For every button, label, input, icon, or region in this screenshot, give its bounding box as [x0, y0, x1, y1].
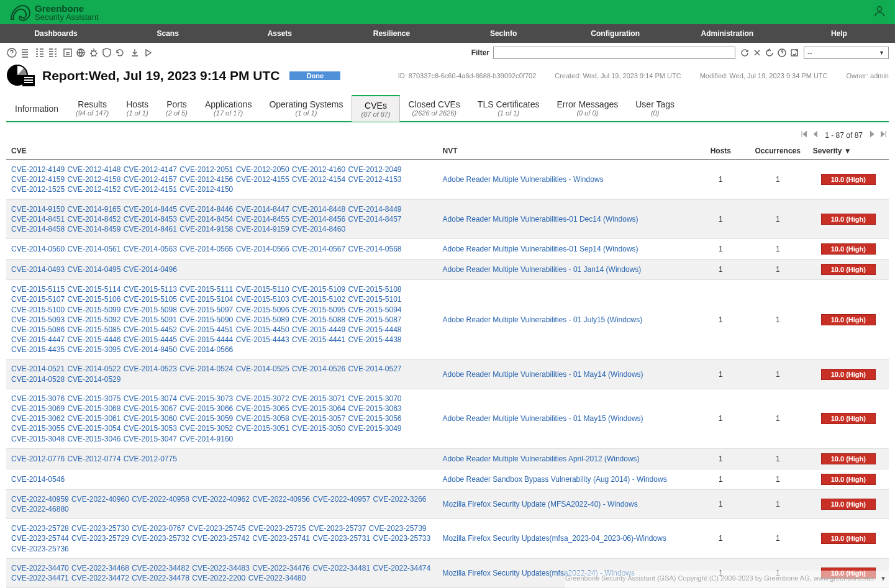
col-sev[interactable]: Severity ▼ — [808, 143, 889, 160]
cve-link[interactable]: CVE-2015-5094 — [348, 305, 401, 314]
cve-link[interactable]: CVE-2015-3062 — [11, 414, 65, 423]
cve-link[interactable]: CVE-2014-0566 — [179, 345, 233, 354]
col-occ[interactable]: Occurrences — [748, 143, 808, 160]
nav-secinfo[interactable]: SecInfo — [448, 24, 560, 43]
cve-link[interactable]: CVE-2014-0546 — [11, 475, 65, 484]
cve-link[interactable]: CVE-2014-0496 — [124, 265, 177, 274]
nvt-link[interactable]: Adobe Reader Sandbox Bypass Vulnerabilit… — [443, 475, 667, 484]
cve-link[interactable]: CVE-2014-8450 — [124, 345, 177, 354]
cve-link[interactable]: CVE-2015-5086 — [11, 325, 65, 334]
cve-link[interactable]: CVE-2014-0567 — [292, 245, 345, 253]
cve-link[interactable]: CVE-2022-34474 — [373, 564, 430, 572]
globe-icon[interactable] — [75, 47, 86, 58]
cve-link[interactable]: CVE-2012-4156 — [179, 175, 233, 184]
cve-link[interactable]: CVE-2014-8451 — [11, 215, 65, 224]
cve-link[interactable]: CVE-2015-5092 — [67, 315, 120, 324]
nav-help[interactable]: Help — [783, 24, 895, 43]
cve-link[interactable]: CVE-2012-0775 — [124, 455, 177, 463]
nav-administration[interactable]: Administration — [671, 24, 783, 43]
cve-link[interactable]: CVE-2022-40960 — [71, 495, 129, 504]
cve-link[interactable]: CVE-2023-25741 — [252, 534, 310, 543]
tab-user-tags[interactable]: User Tags(0) — [627, 95, 683, 121]
cve-link[interactable]: CVE-2015-3069 — [11, 404, 65, 413]
cve-link[interactable]: CVE-2014-0527 — [348, 364, 401, 373]
col-hosts[interactable]: Hosts — [694, 143, 748, 160]
cve-link[interactable]: CVE-2012-4158 — [67, 175, 120, 184]
filter-select[interactable]: -- — [804, 47, 889, 59]
cve-link[interactable]: CVE-2015-5111 — [179, 285, 233, 294]
cve-link[interactable]: CVE-2014-0560 — [11, 245, 65, 253]
cve-link[interactable]: CVE-2022-34482 — [132, 564, 189, 572]
cve-link[interactable]: CVE-2014-9150 — [11, 205, 65, 214]
cve-link[interactable]: CVE-2014-8457 — [348, 215, 401, 224]
cve-link[interactable]: CVE-2015-3073 — [179, 394, 233, 403]
cve-link[interactable]: CVE-2012-4151 — [124, 185, 177, 194]
cve-link[interactable]: CVE-2014-0495 — [67, 265, 120, 274]
cve-link[interactable]: CVE-2015-5103 — [236, 295, 289, 304]
cve-link[interactable]: CVE-2014-0493 — [11, 265, 65, 274]
cve-link[interactable]: CVE-2015-3048 — [11, 435, 65, 443]
cve-link[interactable]: CVE-2015-5098 — [124, 305, 177, 314]
cve-link[interactable]: CVE-2012-2049 — [348, 165, 401, 174]
cve-link[interactable]: CVE-2014-0528 — [11, 375, 65, 384]
brand-logo[interactable]: Greenbone Security Assistant — [9, 3, 99, 22]
cve-link[interactable]: CVE-2015-4443 — [236, 335, 289, 344]
nvt-link[interactable]: Adobe Reader Multiple Vulnerabilities - … — [443, 175, 604, 184]
cve-link[interactable]: CVE-2014-0524 — [179, 364, 233, 373]
nvt-link[interactable]: Mozilla Firefox Security Update (MFSA202… — [443, 500, 638, 509]
nav-assets[interactable]: Assets — [224, 24, 335, 43]
cve-link[interactable]: CVE-2015-5108 — [348, 285, 401, 294]
cve-link[interactable]: CVE-2022-34481 — [312, 564, 370, 572]
cve-link[interactable]: CVE-2015-3054 — [67, 424, 120, 433]
cve-link[interactable]: CVE-2014-8454 — [179, 215, 233, 224]
nvt-link[interactable]: Mozilla Firefox Security Updates(mfsa_20… — [443, 534, 666, 543]
pager-first-icon[interactable] — [800, 130, 809, 140]
cve-link[interactable]: CVE-2014-8460 — [292, 225, 345, 233]
cve-link[interactable]: CVE-2014-0568 — [348, 245, 401, 253]
cve-link[interactable]: CVE-2023-25729 — [71, 534, 129, 543]
cve-link[interactable]: CVE-2015-5091 — [124, 315, 177, 324]
cve-link[interactable]: CVE-2015-4451 — [179, 325, 233, 334]
cve-link[interactable]: CVE-2015-5096 — [236, 305, 289, 314]
cve-link[interactable]: CVE-2022-3266 — [373, 495, 426, 504]
cve-link[interactable]: CVE-2015-4444 — [179, 335, 233, 344]
cve-link[interactable]: CVE-2015-3060 — [124, 414, 177, 423]
cve-link[interactable]: CVE-2022-34476 — [252, 564, 310, 572]
cve-link[interactable]: CVE-2015-5095 — [292, 305, 345, 314]
cve-link[interactable]: CVE-2022-34483 — [192, 564, 250, 572]
cve-link[interactable]: CVE-2015-3050 — [292, 424, 345, 433]
cve-link[interactable]: CVE-2012-4153 — [348, 175, 401, 184]
filter-help-icon[interactable] — [776, 47, 788, 58]
tab-cves[interactable]: CVEs(87 of 87) — [352, 95, 399, 122]
cve-link[interactable]: CVE-2023-25736 — [11, 545, 69, 553]
cve-link[interactable]: CVE-2023-0767 — [132, 524, 185, 533]
cve-link[interactable]: CVE-2015-5106 — [67, 295, 120, 304]
cve-link[interactable]: CVE-2014-8458 — [11, 225, 65, 233]
cve-link[interactable]: CVE-2015-3063 — [348, 404, 401, 413]
cve-link[interactable]: CVE-2015-3053 — [124, 424, 177, 433]
cve-link[interactable]: CVE-2015-3056 — [348, 414, 401, 423]
nvt-link[interactable]: Adobe Reader Multiple Vulnerabilities-01… — [443, 215, 638, 224]
cve-link[interactable]: CVE-2014-0525 — [236, 364, 289, 373]
cve-link[interactable]: CVE-2022-2200 — [192, 574, 245, 582]
cve-link[interactable]: CVE-2015-5114 — [67, 285, 120, 294]
tab-operating-systems[interactable]: Operating Systems(1 of 1) — [260, 95, 352, 121]
filter-input[interactable] — [493, 47, 735, 59]
save-filter-icon[interactable] — [789, 47, 800, 58]
cve-link[interactable]: CVE-2014-0561 — [67, 245, 120, 253]
cve-link[interactable]: CVE-2022-34471 — [11, 574, 69, 582]
cve-link[interactable]: CVE-2012-4159 — [11, 175, 65, 184]
cve-link[interactable]: CVE-2012-0776 — [11, 455, 65, 463]
chevron-down-icon[interactable]: ▼ — [880, 575, 886, 582]
nvt-link[interactable]: Adobe Reader Multiple Vulnerabilities - … — [443, 315, 643, 324]
cve-link[interactable]: CVE-2022-40957 — [312, 495, 370, 504]
cve-link[interactable]: CVE-2014-0529 — [67, 375, 120, 384]
cve-link[interactable]: CVE-2015-3047 — [124, 435, 177, 443]
cve-link[interactable]: CVE-2015-5104 — [179, 295, 233, 304]
cve-link[interactable]: CVE-2023-25731 — [312, 534, 370, 543]
cve-link[interactable]: CVE-2012-2051 — [179, 165, 233, 174]
indent-left-icon[interactable] — [34, 47, 45, 58]
clear-icon[interactable] — [752, 47, 763, 58]
cve-link[interactable]: CVE-2015-3072 — [236, 394, 289, 403]
cve-link[interactable]: CVE-2015-3071 — [292, 394, 345, 403]
